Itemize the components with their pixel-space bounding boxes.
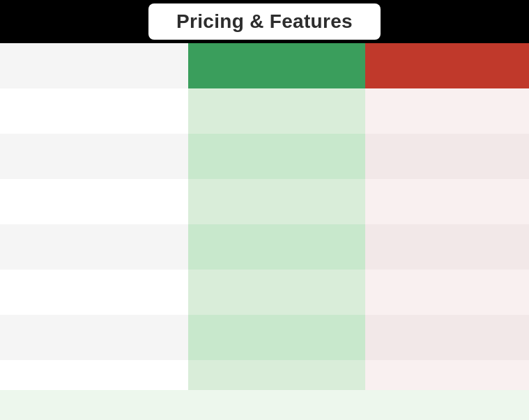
cell-middle bbox=[188, 88, 365, 134]
table-row-last bbox=[0, 390, 529, 420]
cell-right bbox=[365, 88, 529, 134]
cell-middle bbox=[188, 134, 365, 179]
cell-left bbox=[0, 270, 188, 315]
header-cell-left bbox=[0, 43, 188, 88]
page-title: Pricing & Features bbox=[176, 10, 353, 33]
table-header-row bbox=[0, 43, 529, 88]
table-row bbox=[0, 179, 529, 224]
cell-right bbox=[365, 360, 529, 390]
cell-right bbox=[365, 270, 529, 315]
table-row bbox=[0, 315, 529, 360]
page-wrapper: Pricing & Features bbox=[0, 0, 529, 420]
cell-left bbox=[0, 179, 188, 224]
cell-left bbox=[0, 224, 188, 270]
cell-left bbox=[0, 315, 188, 360]
cell-left bbox=[0, 134, 188, 179]
cell-middle bbox=[188, 315, 365, 360]
cell-middle bbox=[188, 179, 365, 224]
table-row bbox=[0, 134, 529, 179]
table-area bbox=[0, 43, 529, 420]
cell-middle-last bbox=[188, 390, 365, 420]
cell-left bbox=[0, 88, 188, 134]
cell-middle bbox=[188, 224, 365, 270]
table-row bbox=[0, 88, 529, 134]
header-area: Pricing & Features bbox=[0, 0, 529, 43]
cell-middle bbox=[188, 360, 365, 390]
cell-left-last bbox=[0, 390, 188, 420]
header-cell-middle bbox=[188, 43, 365, 88]
table-row bbox=[0, 360, 529, 390]
header-cell-right bbox=[365, 43, 529, 88]
cell-left bbox=[0, 360, 188, 390]
cell-right bbox=[365, 315, 529, 360]
table-row bbox=[0, 270, 529, 315]
cell-right bbox=[365, 134, 529, 179]
title-box: Pricing & Features bbox=[148, 3, 381, 40]
cell-right bbox=[365, 179, 529, 224]
cell-right-last bbox=[365, 390, 529, 420]
cell-right bbox=[365, 224, 529, 270]
cell-middle bbox=[188, 270, 365, 315]
table-row bbox=[0, 224, 529, 270]
